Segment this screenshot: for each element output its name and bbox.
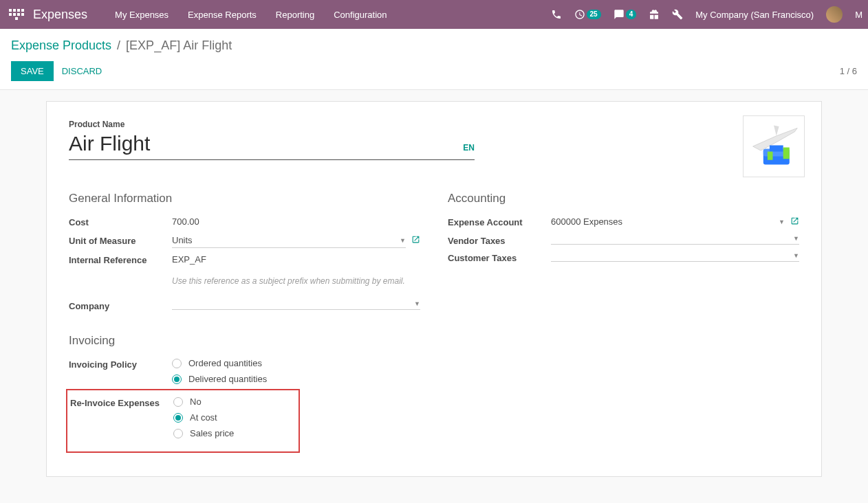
radio-icon [173,429,183,438]
ref-hint: Use this reference as a subject prefix w… [172,275,406,287]
external-link-icon[interactable] [790,216,799,227]
chevron-down-icon: ▼ [779,219,785,225]
section-accounting: Accounting [448,192,799,205]
module-title: Expenses [33,8,87,22]
nav-expense-reports[interactable]: Expense Reports [188,10,257,20]
messages-icon[interactable]: 4 [614,9,637,20]
vendor-tax-label: Vendor Taxes [448,233,551,246]
svg-rect-4 [770,145,783,151]
chevron-down-icon: ▼ [414,300,420,307]
reinvoice-at-cost[interactable]: At cost [173,412,234,423]
policy-label: Invoicing Policy [69,357,172,370]
radio-icon [172,359,182,368]
section-general: General Information [69,192,420,205]
reinvoice-label: Re-Invoice Expenses [70,395,173,408]
nav-menu: My Expenses Expense Reports Reporting Co… [115,10,387,20]
pager[interactable]: 1 / 6 [840,66,857,76]
ref-input[interactable] [172,252,420,267]
uom-select[interactable]: Units ▼ [172,233,406,248]
expense-acct-select[interactable]: 600000 Expenses ▼ [551,214,785,229]
highlight-box: Re-Invoice Expenses No At cost [66,389,300,453]
radio-icon [172,375,182,384]
breadcrumb-root[interactable]: Expense Products [11,38,111,53]
breadcrumb: Expense Products / [EXP_AF] Air Flight [11,38,857,53]
chevron-down-icon: ▼ [400,237,406,244]
reinvoice-no[interactable]: No [173,396,234,407]
expense-acct-label: Expense Account [448,214,551,227]
customer-tax-label: Customer Taxes [448,250,551,263]
customer-tax-select[interactable]: ▼ [551,250,799,262]
activities-badge: 25 [587,10,601,19]
save-button[interactable]: SAVE [11,61,54,81]
product-name-input[interactable] [69,131,435,159]
policy-radio-group: Ordered quantities Delivered quantities [172,357,267,385]
cost-label: Cost [69,214,172,227]
chevron-down-icon: ▼ [793,235,799,242]
activities-icon[interactable]: 25 [574,9,601,20]
phone-icon[interactable] [551,9,562,20]
apps-icon[interactable] [8,6,25,23]
tools-icon[interactable] [672,9,683,20]
nav-my-expenses[interactable]: My Expenses [115,10,169,20]
breadcrumb-current: [EXP_AF] Air Flight [126,38,232,53]
svg-marker-1 [774,126,779,136]
svg-rect-5 [768,152,773,160]
section-invoicing: Invoicing [69,334,420,348]
discard-button[interactable]: DISCARD [62,66,102,76]
chevron-down-icon: ▼ [793,252,799,259]
vendor-tax-select[interactable]: ▼ [551,233,799,245]
svg-rect-6 [783,148,790,159]
radio-icon [173,397,183,407]
translate-button[interactable]: EN [463,143,475,159]
radio-icon [173,413,183,423]
uom-label: Unit of Measure [69,233,172,246]
product-name-label: Product Name [69,120,799,129]
gift-icon[interactable] [649,9,660,20]
ref-label: Internal Reference [69,252,172,265]
user-initial: M [855,10,862,20]
reinvoice-sales-price[interactable]: Sales price [173,428,234,438]
messages-badge: 4 [626,10,637,19]
policy-ordered[interactable]: Ordered quantities [172,358,267,368]
reinvoice-radio-group: No At cost Sales price [173,395,234,440]
policy-delivered[interactable]: Delivered quantities [172,374,267,384]
product-image[interactable] [743,115,805,177]
company-select[interactable]: ▼ [172,298,420,310]
company-label: Company [69,298,172,311]
nav-configuration[interactable]: Configuration [334,10,387,20]
avatar[interactable] [826,6,843,23]
nav-reporting[interactable]: Reporting [276,10,314,20]
external-link-icon[interactable] [411,235,420,246]
cost-input[interactable] [172,214,420,229]
company-selector[interactable]: My Company (San Francisco) [695,10,814,20]
